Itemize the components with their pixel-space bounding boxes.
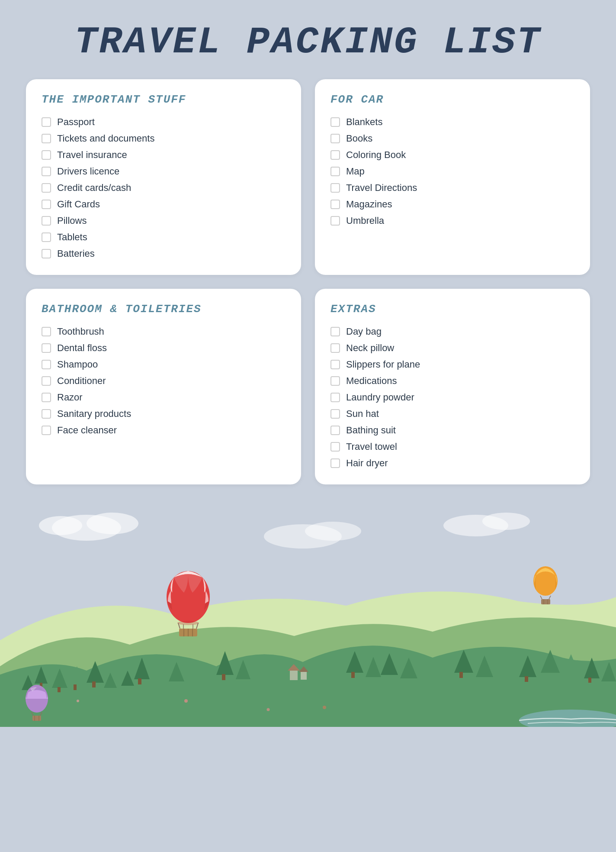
checkbox-car-5[interactable]	[330, 200, 340, 209]
svg-line-54	[32, 712, 33, 716]
item-label: Medications	[346, 375, 397, 387]
balloon-left	[24, 684, 50, 723]
item-label: Sun hat	[346, 408, 379, 420]
svg-line-71	[549, 596, 551, 599]
item-label: Travel Directions	[346, 182, 417, 194]
svg-rect-42	[525, 676, 528, 682]
list-item: Toothbrush	[42, 326, 286, 337]
list-item: Slippers for plane	[330, 359, 574, 370]
svg-rect-56	[32, 716, 41, 721]
checkbox-extras-2[interactable]	[330, 360, 340, 369]
list-item: Umbrella	[330, 215, 574, 226]
checkbox-bathroom-5[interactable]	[42, 409, 51, 419]
svg-line-70	[540, 596, 542, 599]
checkbox-car-4[interactable]	[330, 183, 340, 193]
checkbox-car-3[interactable]	[330, 167, 340, 176]
checkbox-bathroom-2[interactable]	[42, 360, 51, 369]
list-item: Conditioner	[42, 375, 286, 387]
svg-point-59	[167, 571, 210, 623]
list-item: Razor	[42, 392, 286, 403]
checkbox-extras-7[interactable]	[330, 442, 340, 452]
item-label: Coloring Book	[346, 149, 406, 161]
checkbox-bathroom-0[interactable]	[42, 327, 51, 336]
item-label: Hair dryer	[346, 458, 388, 469]
balloon-center	[164, 569, 212, 638]
item-label: Drivers licence	[57, 166, 119, 177]
card-important: The Important StuffPassportTickets and d…	[26, 79, 301, 275]
card-car: For CarBlanketsBooksColoring BookMapTrav…	[315, 79, 590, 275]
svg-point-5	[305, 522, 361, 541]
item-label: Slippers for plane	[346, 359, 420, 370]
checklist-extras: Day bagNeck pillowSlippers for planeMedi…	[330, 326, 574, 469]
item-label: Laundry powder	[346, 392, 414, 403]
item-label: Conditioner	[57, 375, 106, 387]
card-title-extras: Extras	[330, 303, 574, 316]
svg-rect-39	[222, 674, 225, 680]
svg-rect-43	[588, 678, 591, 683]
list-item: Sun hat	[330, 408, 574, 420]
svg-rect-35	[58, 687, 61, 692]
svg-line-55	[40, 712, 42, 716]
list-item: Travel insurance	[42, 149, 286, 161]
checkbox-important-2[interactable]	[42, 150, 51, 160]
item-label: Tickets and documents	[57, 133, 154, 144]
checkbox-important-4[interactable]	[42, 183, 51, 193]
checkbox-bathroom-3[interactable]	[42, 376, 51, 386]
balloon-right	[532, 565, 560, 606]
svg-point-3	[39, 516, 82, 535]
item-label: Face cleanser	[57, 425, 117, 436]
checklist-bathroom: ToothbrushDental flossShampooConditioner…	[42, 326, 286, 436]
checkbox-important-5[interactable]	[42, 200, 51, 209]
checkbox-extras-4[interactable]	[330, 393, 340, 402]
item-label: Credit cards/cash	[57, 182, 131, 194]
checkbox-car-0[interactable]	[330, 117, 340, 127]
checkbox-important-3[interactable]	[42, 167, 51, 176]
svg-rect-49	[290, 671, 298, 680]
item-label: Blankets	[346, 116, 382, 128]
list-item: Tickets and documents	[42, 133, 286, 144]
item-label: Books	[346, 133, 372, 144]
list-item: Dental floss	[42, 342, 286, 354]
scenic-illustration	[0, 502, 616, 727]
checkbox-car-2[interactable]	[330, 150, 340, 160]
checkbox-car-1[interactable]	[330, 134, 340, 143]
checkbox-car-6[interactable]	[330, 216, 340, 226]
list-item: Medications	[330, 375, 574, 387]
checkbox-important-1[interactable]	[42, 134, 51, 143]
svg-rect-38	[138, 678, 141, 684]
checkbox-extras-5[interactable]	[330, 409, 340, 419]
checkbox-bathroom-1[interactable]	[42, 343, 51, 353]
checkbox-important-8[interactable]	[42, 249, 51, 258]
checkbox-extras-3[interactable]	[330, 376, 340, 386]
checkbox-bathroom-6[interactable]	[42, 426, 51, 435]
list-item: Drivers licence	[42, 166, 286, 177]
card-bathroom: Bathroom & ToiletriesToothbrushDental fl…	[26, 289, 301, 484]
checkbox-bathroom-4[interactable]	[42, 393, 51, 402]
checkbox-extras-6[interactable]	[330, 426, 340, 435]
list-item: Tablets	[42, 232, 286, 243]
card-extras: ExtrasDay bagNeck pillowSlippers for pla…	[315, 289, 590, 484]
item-label: Sanitary products	[57, 408, 131, 420]
svg-rect-36	[74, 684, 77, 690]
list-item: Bathing suit	[330, 425, 574, 436]
checkbox-extras-8[interactable]	[330, 458, 340, 468]
list-item: Gift Cards	[42, 199, 286, 210]
item-label: Passport	[57, 116, 95, 128]
checkbox-important-0[interactable]	[42, 117, 51, 127]
checkbox-important-6[interactable]	[42, 216, 51, 226]
svg-point-46	[267, 708, 270, 711]
item-label: Toothbrush	[57, 326, 104, 337]
card-title-important: The Important Stuff	[42, 93, 286, 106]
checkbox-important-7[interactable]	[42, 232, 51, 242]
checkbox-extras-1[interactable]	[330, 343, 340, 353]
card-title-car: For Car	[330, 93, 574, 106]
svg-rect-72	[541, 599, 550, 604]
list-item: Face cleanser	[42, 425, 286, 436]
svg-point-2	[87, 513, 138, 534]
item-label: Gift Cards	[57, 199, 100, 210]
svg-point-7	[482, 513, 530, 530]
svg-rect-41	[459, 672, 463, 678]
checkbox-extras-0[interactable]	[330, 327, 340, 336]
svg-point-45	[184, 699, 188, 703]
list-item: Magazines	[330, 199, 574, 210]
